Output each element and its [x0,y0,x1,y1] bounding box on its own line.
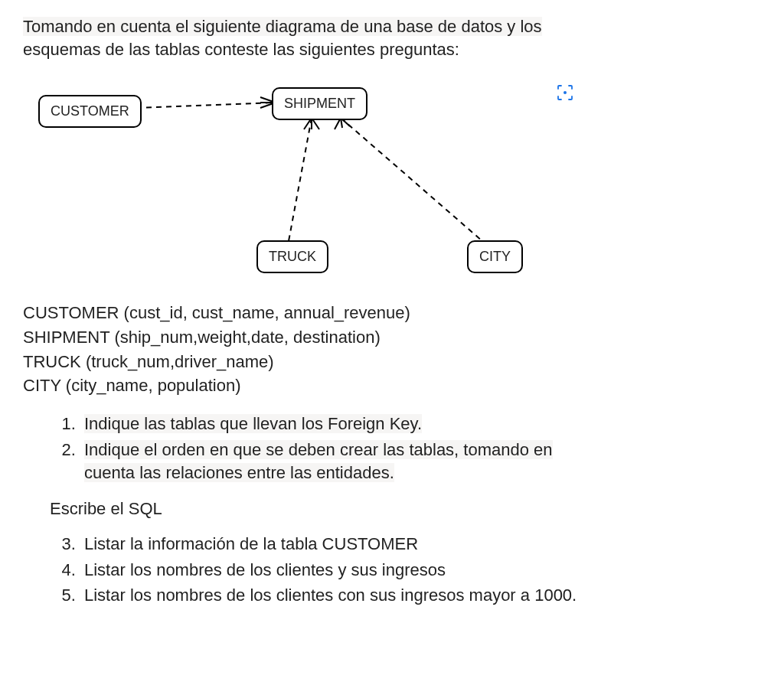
question-1-text: Indique las tablas que llevan los Foreig… [84,414,422,433]
questions-list: Indique las tablas que llevan los Foreig… [23,413,761,484]
entity-label: CUSTOMER [51,103,129,119]
intro-line-1: Tomando en cuenta el siguiente diagrama … [23,17,542,36]
schema-city: CITY (city_name, population) [23,374,761,397]
schema-shipment: SHIPMENT (ship_num,weight,date, destinat… [23,326,761,349]
question-3: Listar la información de la tabla CUSTOM… [80,533,761,556]
entity-shipment: SHIPMENT [272,87,368,119]
svg-line-4 [289,118,312,241]
table-schemas: CUSTOMER (cust_id, cust_name, annual_rev… [23,302,761,397]
visual-search-icon[interactable] [556,83,574,102]
question-4: Listar los nombres de los clientes y sus… [80,559,761,582]
sql-heading: Escribe el SQL [50,497,761,520]
entity-city: CITY [467,240,523,272]
entity-label: SHIPMENT [284,96,355,111]
svg-point-12 [564,91,567,94]
sql-questions-list: Listar la información de la tabla CUSTOM… [23,533,761,607]
question-1: Indique las tablas que llevan los Foreig… [80,413,761,435]
question-5: Listar los nombres de los clientes con s… [80,584,761,607]
question-2: Indique el orden en que se deben crear l… [80,439,761,484]
svg-line-8 [341,118,482,241]
question-2-line1: Indique el orden en que se deben crear l… [84,440,553,459]
question-2-line2: cuenta las relaciones entre las entidade… [84,463,394,482]
intro-paragraph: Tomando en cuenta el siguiente diagrama … [23,15,761,60]
intro-line-2: esquemas de las tablas conteste las sigu… [23,40,459,59]
entity-label: TRUCK [269,249,316,264]
entity-customer: CUSTOMER [38,95,142,127]
entity-label: CITY [479,249,511,264]
svg-line-0 [136,103,273,108]
er-diagram: CUSTOMER SHIPMENT TRUCK CITY [31,76,582,290]
schema-customer: CUSTOMER (cust_id, cust_name, annual_rev… [23,302,761,325]
entity-truck: TRUCK [256,240,328,272]
schema-truck: TRUCK (truck_num,driver_name) [23,351,761,373]
